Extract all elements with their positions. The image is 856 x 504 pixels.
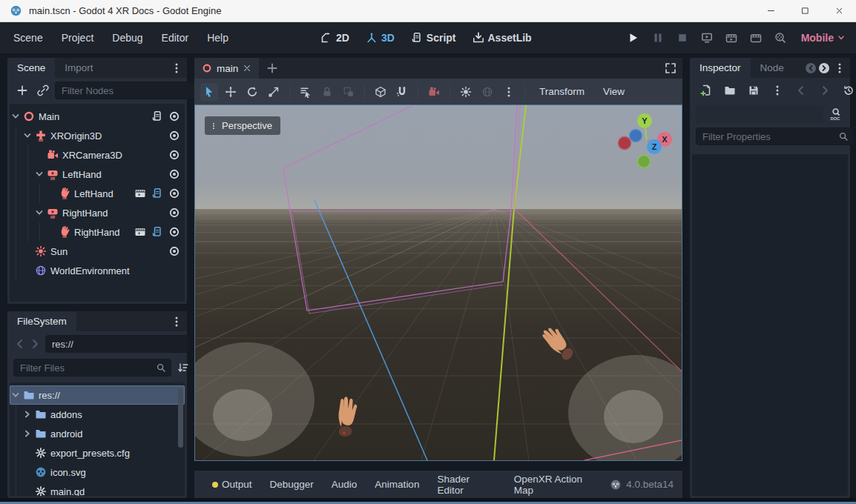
preview-options-button[interactable] — [500, 83, 518, 101]
filter-properties-field[interactable] — [696, 127, 854, 145]
bottom-panel-shader-editor[interactable]: Shader Editor — [428, 470, 504, 500]
filter-files-field[interactable] — [13, 359, 171, 377]
pause-button[interactable] — [648, 28, 668, 47]
visibility-eye-icon[interactable] — [168, 226, 180, 238]
play-button[interactable] — [624, 28, 644, 47]
scene-node-row[interactable]: XRLeftHand — [10, 165, 185, 184]
transform-menu[interactable]: Transform — [532, 83, 592, 100]
play-custom-scene-button[interactable] — [746, 28, 766, 47]
scene-node-row[interactable]: XRRightHand — [10, 222, 185, 242]
expand-arrow-icon[interactable] — [22, 428, 33, 439]
fs-path-input[interactable] — [50, 338, 184, 351]
filter-nodes-input[interactable] — [60, 84, 194, 97]
save-resource-button[interactable] — [745, 82, 763, 99]
bottom-panel-output[interactable]: Output — [203, 475, 261, 494]
script-blue-icon[interactable] — [151, 188, 163, 199]
visibility-eye-icon[interactable] — [168, 149, 180, 161]
fs-forward-button[interactable] — [28, 335, 42, 353]
renderer-select[interactable]: Mobile — [801, 32, 846, 44]
visibility-eye-icon[interactable] — [168, 188, 180, 199]
preview-sun-button[interactable] — [457, 83, 475, 101]
viewport-3d[interactable]: Perspective Y X Z — [194, 105, 682, 461]
load-resource-button[interactable] — [721, 82, 739, 99]
workspace-3d[interactable]: 3D — [360, 28, 400, 47]
bottom-panel-audio[interactable]: Audio — [323, 475, 366, 494]
scale-tool-button[interactable] — [265, 83, 283, 101]
axis-gizmo[interactable]: Y X Z — [616, 108, 682, 173]
inspector-options-button[interactable] — [831, 59, 849, 77]
fs-scrollbar[interactable] — [178, 388, 183, 448]
view-menu[interactable]: View — [596, 83, 632, 100]
new-resource-button[interactable] — [697, 82, 715, 99]
expand-arrow-icon[interactable] — [22, 409, 33, 420]
expand-viewport-button[interactable] — [662, 59, 679, 77]
script-white-icon[interactable] — [151, 110, 163, 122]
visibility-eye-icon[interactable] — [168, 245, 180, 257]
scene-tab-main[interactable]: main — [194, 58, 259, 79]
bottom-panel-animation[interactable]: Animation — [366, 475, 428, 494]
collapse-arrow-icon[interactable] — [10, 111, 21, 122]
list-select-tool-button[interactable] — [297, 83, 315, 101]
menu-debug[interactable]: Debug — [104, 27, 151, 48]
menu-help[interactable]: Help — [199, 27, 237, 48]
file-row[interactable]: main.gd — [10, 482, 185, 496]
group-selected-button[interactable] — [340, 83, 358, 101]
visibility-eye-icon[interactable] — [168, 168, 180, 180]
workspace-script[interactable]: Script — [406, 28, 461, 47]
stop-button[interactable] — [673, 28, 693, 47]
rotate-tool-button[interactable] — [243, 83, 261, 101]
select-tool-button[interactable] — [200, 83, 218, 101]
add-node-button[interactable] — [13, 82, 31, 99]
visibility-eye-icon[interactable] — [168, 130, 180, 142]
menu-scene[interactable]: Scene — [5, 27, 51, 48]
workspace-2d[interactable]: 2D — [315, 28, 355, 47]
camera-override-button[interactable] — [425, 83, 443, 101]
dock-next-button[interactable] — [817, 59, 831, 77]
instance-scene-button[interactable] — [34, 82, 52, 99]
history-back-button[interactable] — [792, 82, 810, 99]
new-scene-tab-button[interactable] — [263, 59, 281, 77]
tab-scene[interactable]: Scene — [7, 58, 55, 78]
file-row[interactable]: export_presets.cfg — [10, 443, 185, 462]
menu-editor[interactable]: Editor — [154, 27, 197, 48]
scene-dock-options-button[interactable] — [168, 59, 185, 77]
collapse-arrow-icon[interactable] — [34, 208, 45, 218]
collapse-arrow-icon[interactable] — [34, 169, 45, 179]
collapse-arrow-icon[interactable] — [10, 390, 21, 400]
tab-filesystem[interactable]: FileSystem — [7, 311, 76, 331]
minimize-button[interactable] — [754, 0, 788, 21]
tab-node[interactable]: Node — [751, 58, 794, 78]
scene-clapper-icon[interactable] — [134, 188, 146, 199]
dock-prev-button[interactable] — [804, 59, 817, 77]
filter-files-input[interactable] — [19, 362, 152, 374]
bottom-panel-debugger[interactable]: Debugger — [261, 475, 323, 494]
move-tool-button[interactable] — [222, 83, 240, 101]
scene-node-row[interactable]: XRXROrigin3D — [10, 126, 185, 145]
close-button[interactable] — [822, 0, 856, 21]
scene-node-row[interactable]: XRRightHand — [10, 203, 185, 222]
scene-node-row[interactable]: Main — [10, 107, 185, 126]
history-forward-button[interactable] — [816, 82, 834, 99]
play-scene-button[interactable] — [722, 28, 742, 47]
file-row[interactable]: icon.svg — [10, 462, 185, 482]
script-blue-icon[interactable] — [151, 226, 163, 238]
scene-clapper-icon[interactable] — [134, 226, 146, 238]
visibility-eye-icon[interactable] — [168, 207, 180, 219]
scene-node-row[interactable]: WorldEnvironment — [10, 261, 185, 280]
maximize-button[interactable] — [788, 0, 822, 21]
fs-sort-button[interactable] — [174, 359, 192, 377]
resource-options-button[interactable] — [768, 82, 786, 99]
local-space-toggle-button[interactable] — [372, 83, 389, 101]
preview-environment-button[interactable] — [478, 83, 496, 101]
filesystem-options-button[interactable] — [168, 313, 185, 331]
file-row[interactable]: res:// — [10, 385, 185, 405]
scene-node-row[interactable]: XRCamera3D — [10, 145, 185, 165]
collapse-arrow-icon[interactable] — [22, 130, 33, 141]
filter-properties-input[interactable] — [701, 130, 834, 143]
tab-inspector[interactable]: Inspector — [690, 58, 751, 78]
fs-path-field[interactable] — [45, 335, 189, 353]
filter-nodes-field[interactable] — [55, 82, 213, 99]
menu-project[interactable]: Project — [53, 27, 102, 48]
tab-import[interactable]: Import — [55, 58, 102, 78]
workspace-assetlib[interactable]: AssetLib — [467, 28, 537, 47]
